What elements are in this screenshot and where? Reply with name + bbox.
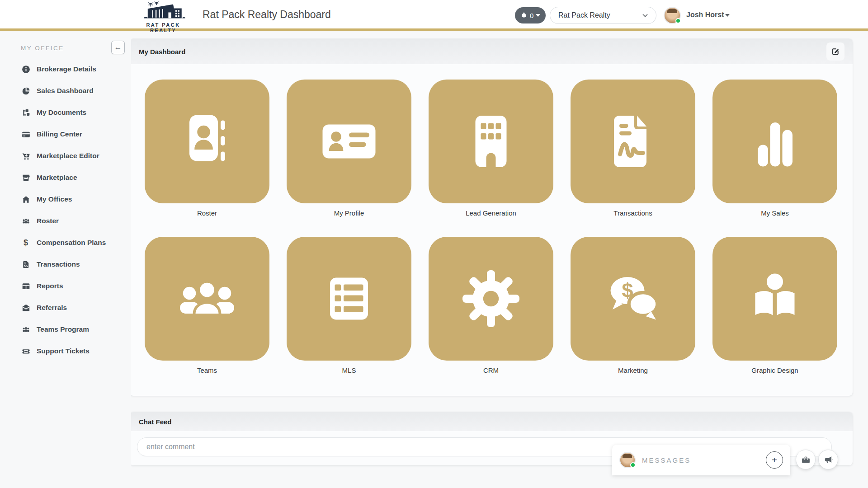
user-menu[interactable]: Josh Horst: [686, 11, 724, 19]
avatar-hair: [667, 9, 677, 13]
file-waveform-icon: [599, 108, 667, 175]
brand-logo: RAT PACK REALTY: [134, 1, 193, 33]
sidebar: MY OFFICE ← Brokerage Details Sales Dash…: [0, 33, 131, 488]
messages-avatar: [619, 452, 636, 468]
new-message-button[interactable]: +: [766, 451, 783, 469]
bell-icon: [520, 12, 528, 19]
sidebar-section-label: MY OFFICE: [21, 45, 64, 52]
store-icon: [21, 173, 31, 182]
book-reader-icon: [741, 265, 809, 333]
my-dashboard-header: My Dashboard: [130, 39, 853, 64]
my-dashboard-title: My Dashboard: [139, 48, 185, 56]
tile-graphic-design: Graphic Design: [712, 237, 837, 374]
tile-transactions: Transactions: [571, 80, 695, 217]
brand-logo-text: RAT PACK REALTY: [134, 22, 193, 33]
sidebar-item-marketplace[interactable]: Marketplace: [0, 167, 131, 188]
chevron-down-icon: [642, 12, 649, 19]
tile-my-sales-button[interactable]: [712, 80, 837, 203]
messages-label: MESSAGES: [642, 456, 766, 464]
table-icon: [21, 282, 31, 291]
users-icon: [21, 216, 31, 225]
users-group-icon: [173, 265, 241, 333]
building-icon: [457, 108, 525, 175]
sidebar-item-sales-dashboard[interactable]: Sales Dashboard: [0, 80, 131, 102]
tile-transactions-button[interactable]: [571, 80, 695, 203]
bar-chart-icon: [741, 108, 809, 175]
house-logo-icon: [137, 1, 190, 21]
online-status-dot: [675, 18, 681, 23]
tile-crm-button[interactable]: [429, 237, 553, 361]
caret-down-icon: [725, 14, 730, 17]
tile-teams-button[interactable]: [145, 237, 269, 361]
sidebar-item-compensation-plans[interactable]: $ Compensation Plans: [0, 232, 131, 253]
sidebar-item-my-offices[interactable]: My Offices: [0, 188, 131, 210]
app-header: RAT PACK REALTY Rat Pack Realty Dashboar…: [0, 0, 868, 31]
caret-down-icon: [536, 14, 540, 17]
tile-marketing: $ Marketing: [571, 237, 695, 374]
dashboard-tile-grid: Roster My Profile: [145, 80, 837, 374]
info-circle-icon: [21, 65, 31, 74]
tile-my-profile: My Profile: [287, 80, 411, 217]
sidebar-nav: Brokerage Details Sales Dashboard My Doc…: [0, 58, 131, 362]
sitemap-icon: [21, 108, 31, 117]
notification-count: 0: [530, 12, 533, 19]
tile-mls: MLS: [287, 237, 411, 374]
tile-my-sales: My Sales: [712, 80, 837, 217]
tile-lead-generation-button[interactable]: [429, 80, 553, 203]
sidebar-item-marketplace-editor[interactable]: Marketplace Editor: [0, 145, 131, 167]
tile-roster-button[interactable]: [145, 80, 269, 203]
announcements-button[interactable]: [818, 450, 838, 469]
notifications-button[interactable]: 0: [515, 7, 546, 23]
sidebar-item-reports[interactable]: Reports: [0, 275, 131, 297]
pie-chart-icon: [21, 86, 31, 95]
home-icon: [21, 195, 31, 204]
chat-feed-header: Chat Feed: [130, 412, 853, 431]
sidebar-collapse-button[interactable]: ←: [111, 41, 125, 54]
brokerage-select[interactable]: Rat Pack Realty: [550, 7, 656, 24]
file-signature-icon: [21, 260, 31, 269]
credit-card-icon: [21, 130, 31, 139]
tile-teams: Teams: [145, 237, 269, 374]
messages-widget[interactable]: MESSAGES +: [612, 445, 790, 475]
toolbox-button[interactable]: [796, 450, 816, 469]
online-status-dot: [630, 462, 636, 468]
brokerage-select-value: Rat Pack Realty: [558, 11, 642, 19]
cart-plus-icon: [21, 151, 31, 160]
dollar-icon: $: [21, 238, 31, 247]
sidebar-item-teams-program[interactable]: Teams Program: [0, 319, 131, 340]
users-icon: [21, 325, 31, 334]
briefcase-icon: [801, 455, 811, 465]
tile-graphic-design-button[interactable]: [712, 237, 837, 361]
sidebar-item-referrals[interactable]: Referrals: [0, 297, 131, 319]
pencil-square-icon: [831, 47, 840, 56]
sidebar-item-my-documents[interactable]: My Documents: [0, 102, 131, 123]
sidebar-item-roster[interactable]: Roster: [0, 210, 131, 232]
tile-marketing-button[interactable]: $: [571, 237, 695, 361]
edit-dashboard-button[interactable]: [826, 42, 844, 61]
avatar-hair: [623, 454, 632, 458]
sidebar-item-transactions[interactable]: Transactions: [0, 253, 131, 275]
tile-mls-button[interactable]: [287, 237, 411, 361]
tile-crm: CRM: [429, 237, 553, 374]
sidebar-item-support-tickets[interactable]: Support Tickets: [0, 340, 131, 362]
address-book-icon: [173, 108, 241, 175]
tile-my-profile-button[interactable]: [287, 80, 411, 203]
my-dashboard-panel: My Dashboard Roster: [130, 39, 853, 396]
comment-dollar-icon: $: [599, 265, 667, 333]
gear-icon: [457, 265, 525, 333]
list-icon: [315, 265, 383, 333]
megaphone-icon: [824, 455, 833, 465]
address-card-icon: [315, 108, 383, 175]
tile-lead-generation: Lead Generation: [429, 80, 553, 217]
sidebar-item-brokerage-details[interactable]: Brokerage Details: [0, 58, 131, 80]
chat-feed-title: Chat Feed: [139, 418, 172, 426]
page-title: Rat Pack Realty Dashboard: [203, 9, 331, 21]
user-avatar[interactable]: [664, 7, 681, 24]
sidebar-item-billing-center[interactable]: Billing Center: [0, 123, 131, 145]
tile-roster: Roster: [145, 80, 269, 217]
envelope-open-icon: [21, 303, 31, 312]
ticket-icon: [21, 347, 31, 356]
